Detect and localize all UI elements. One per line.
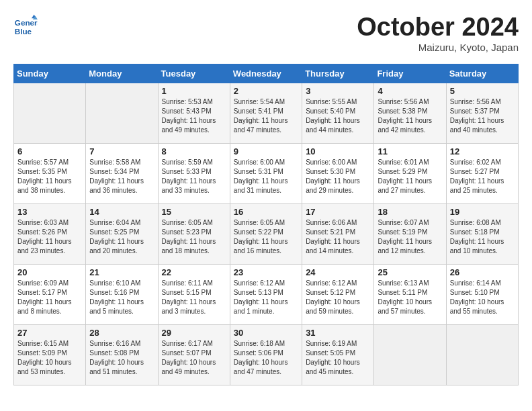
svg-text:Blue: Blue	[15, 27, 32, 36]
day-number: 27	[17, 328, 82, 338]
day-info: Sunrise: 6:12 AM Sunset: 5:12 PM Dayligh…	[306, 279, 370, 316]
calendar-week-row: 13Sunrise: 6:03 AM Sunset: 5:26 PM Dayli…	[14, 203, 519, 264]
day-info: Sunrise: 6:15 AM Sunset: 5:09 PM Dayligh…	[17, 339, 82, 377]
calendar-week-row: 20Sunrise: 6:09 AM Sunset: 5:17 PM Dayli…	[14, 264, 519, 324]
day-info: Sunrise: 6:11 AM Sunset: 5:15 PM Dayligh…	[162, 279, 226, 316]
day-info: Sunrise: 6:07 AM Sunset: 5:19 PM Dayligh…	[378, 218, 442, 256]
day-info: Sunrise: 6:09 AM Sunset: 5:17 PM Dayligh…	[17, 279, 82, 316]
calendar-cell	[14, 83, 86, 143]
day-info: Sunrise: 6:06 AM Sunset: 5:21 PM Dayligh…	[306, 218, 370, 256]
calendar-cell: 22Sunrise: 6:11 AM Sunset: 5:15 PM Dayli…	[158, 264, 230, 324]
day-info: Sunrise: 6:02 AM Sunset: 5:27 PM Dayligh…	[450, 158, 515, 195]
calendar-cell: 30Sunrise: 6:18 AM Sunset: 5:06 PM Dayli…	[230, 324, 302, 385]
calendar-cell: 4Sunrise: 5:56 AM Sunset: 5:38 PM Daylig…	[374, 83, 446, 143]
location: Maizuru, Kyoto, Japan	[357, 42, 519, 53]
day-info: Sunrise: 5:55 AM Sunset: 5:40 PM Dayligh…	[306, 97, 370, 135]
calendar-cell: 26Sunrise: 6:14 AM Sunset: 5:10 PM Dayli…	[446, 264, 518, 324]
day-number: 13	[17, 207, 82, 217]
calendar-cell: 29Sunrise: 6:17 AM Sunset: 5:07 PM Dayli…	[158, 324, 230, 385]
calendar-cell: 16Sunrise: 6:05 AM Sunset: 5:22 PM Dayli…	[230, 203, 302, 264]
day-info: Sunrise: 5:57 AM Sunset: 5:35 PM Dayligh…	[17, 158, 82, 195]
day-info: Sunrise: 6:01 AM Sunset: 5:29 PM Dayligh…	[378, 158, 442, 195]
day-number: 8	[162, 146, 226, 156]
day-number: 20	[17, 267, 82, 277]
calendar-cell: 1Sunrise: 5:53 AM Sunset: 5:43 PM Daylig…	[158, 83, 230, 143]
day-number: 29	[162, 328, 226, 338]
day-info: Sunrise: 5:54 AM Sunset: 5:41 PM Dayligh…	[234, 97, 298, 135]
calendar-cell: 2Sunrise: 5:54 AM Sunset: 5:41 PM Daylig…	[230, 83, 302, 143]
weekday-header-cell: Saturday	[446, 64, 518, 83]
day-info: Sunrise: 6:13 AM Sunset: 5:11 PM Dayligh…	[378, 279, 442, 316]
day-number: 31	[306, 328, 370, 338]
weekday-header-row: SundayMondayTuesdayWednesdayThursdayFrid…	[14, 64, 519, 83]
day-number: 14	[89, 207, 154, 217]
weekday-header-cell: Wednesday	[230, 64, 302, 83]
calendar-cell	[86, 83, 158, 143]
weekday-header-cell: Monday	[86, 64, 158, 83]
calendar-cell: 17Sunrise: 6:06 AM Sunset: 5:21 PM Dayli…	[302, 203, 374, 264]
weekday-header-cell: Thursday	[302, 64, 374, 83]
day-info: Sunrise: 5:56 AM Sunset: 5:38 PM Dayligh…	[378, 97, 442, 135]
month-title: October 2024	[357, 13, 519, 42]
calendar-cell: 7Sunrise: 5:58 AM Sunset: 5:34 PM Daylig…	[86, 143, 158, 203]
day-number: 26	[450, 267, 515, 277]
day-number: 19	[450, 207, 515, 217]
day-info: Sunrise: 5:56 AM Sunset: 5:37 PM Dayligh…	[450, 97, 515, 135]
day-number: 28	[89, 328, 154, 338]
day-number: 9	[234, 146, 298, 156]
calendar-cell: 19Sunrise: 6:08 AM Sunset: 5:18 PM Dayli…	[446, 203, 518, 264]
day-number: 12	[450, 146, 515, 156]
calendar-cell: 3Sunrise: 5:55 AM Sunset: 5:40 PM Daylig…	[302, 83, 374, 143]
day-info: Sunrise: 6:10 AM Sunset: 5:16 PM Dayligh…	[89, 279, 154, 316]
calendar-cell: 6Sunrise: 5:57 AM Sunset: 5:35 PM Daylig…	[14, 143, 86, 203]
day-info: Sunrise: 6:18 AM Sunset: 5:06 PM Dayligh…	[234, 339, 298, 377]
weekday-header-cell: Sunday	[14, 64, 86, 83]
calendar-cell: 12Sunrise: 6:02 AM Sunset: 5:27 PM Dayli…	[446, 143, 518, 203]
day-info: Sunrise: 5:59 AM Sunset: 5:33 PM Dayligh…	[162, 158, 226, 195]
day-info: Sunrise: 6:05 AM Sunset: 5:23 PM Dayligh…	[162, 218, 226, 256]
calendar-cell: 5Sunrise: 5:56 AM Sunset: 5:37 PM Daylig…	[446, 83, 518, 143]
day-number: 2	[234, 86, 298, 96]
day-number: 5	[450, 86, 515, 96]
calendar-cell: 21Sunrise: 6:10 AM Sunset: 5:16 PM Dayli…	[86, 264, 158, 324]
day-number: 25	[378, 267, 442, 277]
day-info: Sunrise: 6:19 AM Sunset: 5:05 PM Dayligh…	[306, 339, 370, 377]
day-info: Sunrise: 6:04 AM Sunset: 5:25 PM Dayligh…	[89, 218, 154, 256]
calendar-cell: 15Sunrise: 6:05 AM Sunset: 5:23 PM Dayli…	[158, 203, 230, 264]
calendar-cell	[374, 324, 446, 385]
calendar-week-row: 6Sunrise: 5:57 AM Sunset: 5:35 PM Daylig…	[14, 143, 519, 203]
day-info: Sunrise: 5:58 AM Sunset: 5:34 PM Dayligh…	[89, 158, 154, 195]
calendar-cell: 24Sunrise: 6:12 AM Sunset: 5:12 PM Dayli…	[302, 264, 374, 324]
day-number: 1	[162, 86, 226, 96]
day-number: 15	[162, 207, 226, 217]
day-number: 24	[306, 267, 370, 277]
page-header: General Blue October 2024 Maizuru, Kyoto…	[13, 13, 519, 53]
logo-icon: General Blue	[13, 13, 38, 38]
day-info: Sunrise: 6:05 AM Sunset: 5:22 PM Dayligh…	[234, 218, 298, 256]
day-info: Sunrise: 6:08 AM Sunset: 5:18 PM Dayligh…	[450, 218, 515, 256]
day-info: Sunrise: 6:17 AM Sunset: 5:07 PM Dayligh…	[162, 339, 226, 377]
day-info: Sunrise: 6:12 AM Sunset: 5:13 PM Dayligh…	[234, 279, 298, 316]
day-number: 3	[306, 86, 370, 96]
calendar-cell	[446, 324, 518, 385]
calendar-cell: 8Sunrise: 5:59 AM Sunset: 5:33 PM Daylig…	[158, 143, 230, 203]
day-number: 6	[17, 146, 82, 156]
day-number: 18	[378, 207, 442, 217]
day-number: 17	[306, 207, 370, 217]
weekday-header-cell: Tuesday	[158, 64, 230, 83]
day-number: 23	[234, 267, 298, 277]
day-info: Sunrise: 6:03 AM Sunset: 5:26 PM Dayligh…	[17, 218, 82, 256]
calendar-cell: 31Sunrise: 6:19 AM Sunset: 5:05 PM Dayli…	[302, 324, 374, 385]
day-number: 10	[306, 146, 370, 156]
day-info: Sunrise: 6:14 AM Sunset: 5:10 PM Dayligh…	[450, 279, 515, 316]
calendar-cell: 11Sunrise: 6:01 AM Sunset: 5:29 PM Dayli…	[374, 143, 446, 203]
calendar-cell: 27Sunrise: 6:15 AM Sunset: 5:09 PM Dayli…	[14, 324, 86, 385]
calendar-week-row: 1Sunrise: 5:53 AM Sunset: 5:43 PM Daylig…	[14, 83, 519, 143]
day-number: 16	[234, 207, 298, 217]
day-number: 22	[162, 267, 226, 277]
logo: General Blue	[13, 13, 38, 38]
title-block: October 2024 Maizuru, Kyoto, Japan	[357, 13, 519, 53]
day-number: 30	[234, 328, 298, 338]
calendar-cell: 20Sunrise: 6:09 AM Sunset: 5:17 PM Dayli…	[14, 264, 86, 324]
day-number: 11	[378, 146, 442, 156]
